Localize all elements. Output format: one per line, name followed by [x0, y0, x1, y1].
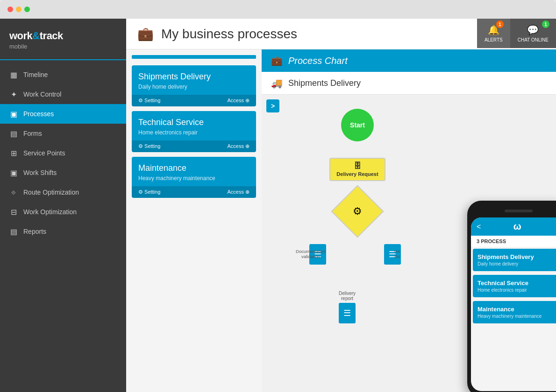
phone-item-technical-service[interactable]: Technical Service Home electronics repai… — [473, 275, 556, 297]
minimize-dot[interactable] — [16, 7, 21, 12]
sidebar-nav: ▦ Timeline ✦ Work Control ▣ Processes ▤ … — [0, 60, 126, 392]
phone-back-button[interactable]: < — [477, 223, 481, 231]
process-subtitle-shipments: Daily home delivery — [138, 84, 249, 90]
phone-item-shipments-delivery[interactable]: Shipments Delivery Daily home delivery — [473, 249, 556, 271]
ver-do-label: VerDo — [376, 249, 418, 259]
chat-badge: 1 — [542, 21, 549, 28]
work-optimization-icon: ⊟ — [9, 208, 18, 216]
phone-item-subtitle: Daily home delivery — [478, 261, 556, 266]
delivery-report-label: Deliveryreport — [339, 291, 356, 301]
chat-button[interactable]: 1 💬 CHAT ONLINE — [510, 19, 556, 48]
process-card-maintenance[interactable]: Maintenance Heavy machinery maintenance … — [132, 157, 256, 198]
chart-header: 💼 Process Chart — [262, 49, 556, 72]
process-top-bar — [132, 55, 256, 59]
delivery-icon: 🗄 — [354, 162, 361, 170]
phone-logo: ω — [513, 221, 521, 232]
sidebar-item-label: Reports — [23, 228, 46, 235]
briefcase-icon: 💼 — [137, 26, 154, 42]
sidebar: work&track mobile ▦ Timeline ✦ Work Cont… — [0, 19, 126, 392]
route-optimization-icon: ⟐ — [9, 188, 18, 196]
app-window: work&track mobile ▦ Timeline ✦ Work Cont… — [0, 19, 556, 392]
main-header: 💼 My business processes 1 🔔 ALERTS 1 💬 C… — [126, 19, 556, 49]
sidebar-item-label: Timeline — [23, 71, 48, 78]
chart-subheader: 🚚 Shipments Delivery — [262, 72, 556, 95]
phone-screen: < ω 3 PROCESS Shipments Delivery Daily h… — [471, 217, 556, 391]
access-link-maintenance[interactable]: Access ⊕ — [227, 189, 249, 195]
access-link-technical[interactable]: Access ⊕ — [227, 143, 249, 149]
sidebar-item-service-points[interactable]: ⊞ Service Points — [0, 143, 126, 163]
chat-label: CHAT ONLINE — [518, 37, 549, 42]
process-card-technical[interactable]: Technical Service Home electronics repai… — [132, 111, 256, 152]
processes-icon: ▣ — [9, 110, 18, 118]
diamond-node: ⚙ — [331, 185, 384, 238]
forms-icon: ▤ — [9, 129, 18, 138]
share-icon: ⚙ — [340, 194, 375, 229]
phone-item-title: Shipments Delivery — [478, 253, 556, 260]
setting-link-shipments[interactable]: ⚙ Setting — [138, 98, 160, 104]
process-list: Shipments Delivery Daily home delivery ⚙… — [126, 49, 262, 392]
sidebar-item-route-optimization[interactable]: ⟐ Route Optimization — [0, 182, 126, 202]
sidebar-item-label: Forms — [23, 130, 42, 137]
timeline-icon: ▦ — [9, 70, 18, 79]
sidebar-item-label: Processes — [23, 110, 54, 118]
phone-process-count: 3 PROCESS — [471, 236, 556, 247]
process-subtitle-technical: Home electronics repair — [138, 129, 249, 136]
phone-header: < ω — [471, 217, 556, 236]
sidebar-item-processes[interactable]: ▣ Processes — [0, 104, 126, 124]
sidebar-item-timeline[interactable]: ▦ Timeline — [0, 65, 126, 84]
phone-notch — [471, 206, 556, 216]
sidebar-item-label: Route Optimization — [23, 189, 79, 196]
reports-icon: ▤ — [9, 227, 18, 236]
delivery-request-label: Delivery Request — [336, 171, 378, 177]
sidebar-item-label: Service Points — [23, 149, 65, 157]
header-actions: 1 🔔 ALERTS 1 💬 CHAT ONLINE — [477, 19, 556, 48]
main-content: 💼 My business processes 1 🔔 ALERTS 1 💬 C… — [126, 19, 556, 392]
logo-subtitle: mobile — [9, 43, 117, 50]
phone-item-maintenance[interactable]: Maintenance Heavy machinery maintenance — [473, 301, 556, 323]
service-points-icon: ⊞ — [9, 149, 18, 157]
process-subtitle-maintenance: Heavy machinery maintenance — [138, 175, 249, 182]
content-area: Shipments Delivery Daily home delivery ⚙… — [126, 49, 556, 392]
browser-chrome — [0, 0, 556, 19]
phone-item-subtitle: Home electronics repair — [478, 287, 556, 293]
chart-title: Process Chart — [288, 56, 348, 66]
phone-item-title: Maintenance — [478, 306, 556, 313]
sidebar-item-work-optimization[interactable]: ⊟ Work Optimization — [0, 202, 126, 222]
selected-process-name: Shipments Delivery — [288, 78, 361, 88]
sidebar-logo: work&track mobile — [0, 19, 126, 60]
logo-title: work&track — [9, 30, 117, 42]
access-link-shipments[interactable]: Access ⊕ — [227, 98, 249, 104]
chat-icon: 💬 — [527, 24, 539, 35]
work-shifts-icon: ▣ — [9, 168, 18, 177]
sidebar-item-label: Work Optimization — [23, 208, 77, 216]
chart-body: > — [262, 95, 556, 392]
delivery-report-form: Deliveryreport ☰ — [339, 291, 356, 323]
alerts-button[interactable]: 1 🔔 ALERTS — [477, 19, 510, 48]
work-control-icon: ✦ — [9, 90, 18, 98]
setting-link-technical[interactable]: ⚙ Setting — [138, 143, 160, 149]
start-label: Start — [350, 121, 365, 129]
delivery-request-node: 🗄 Delivery Request — [329, 158, 385, 181]
sidebar-item-label: Work Shifts — [23, 169, 57, 176]
sidebar-item-work-control[interactable]: ✦ Work Control — [0, 84, 126, 104]
fullscreen-dot[interactable] — [24, 7, 30, 12]
process-title-shipments: Shipments Delivery — [138, 72, 249, 82]
setting-link-maintenance[interactable]: ⚙ Setting — [138, 189, 160, 195]
phone-notch-bar — [505, 210, 533, 212]
sidebar-item-work-shifts[interactable]: ▣ Work Shifts — [0, 163, 126, 182]
close-dot[interactable] — [7, 7, 13, 12]
phone-item-title: Technical Service — [478, 280, 556, 287]
sidebar-item-reports[interactable]: ▤ Reports — [0, 222, 126, 241]
process-card-shipments[interactable]: Shipments Delivery Daily home delivery ⚙… — [132, 65, 256, 106]
start-node: Start — [341, 109, 374, 141]
delivery-report-icon: ☰ — [339, 303, 356, 323]
alerts-label: ALERTS — [485, 37, 503, 42]
sidebar-item-label: Work Control — [23, 91, 61, 98]
truck-icon: 🚚 — [271, 77, 283, 89]
sidebar-item-forms[interactable]: ▤ Forms — [0, 124, 126, 143]
process-title-maintenance: Maintenance — [138, 163, 249, 173]
expand-button[interactable]: > — [266, 99, 279, 112]
phone-item-subtitle: Heavy machinery maintenance — [478, 314, 556, 319]
page-title: My business processes — [161, 27, 297, 42]
alerts-badge: 1 — [496, 21, 504, 28]
